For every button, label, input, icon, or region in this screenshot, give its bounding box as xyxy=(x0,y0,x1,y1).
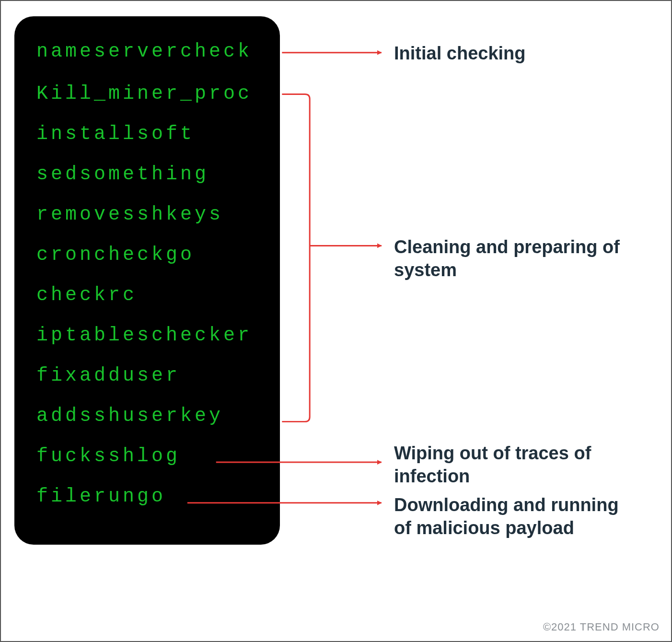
fn-installsoft: installsoft xyxy=(36,125,266,144)
terminal-panel: nameservercheck Kill_miner_proc installs… xyxy=(14,16,280,545)
copyright-text: ©2021 TREND MICRO xyxy=(543,621,660,633)
diagram-frame: nameservercheck Kill_miner_proc installs… xyxy=(0,0,672,642)
fn-iptableschecker: iptableschecker xyxy=(36,326,266,345)
fn-fixadduser: fixadduser xyxy=(36,366,266,385)
fn-kill-miner-proc: Kill_miner_proc xyxy=(36,84,266,104)
label-wiping: Wiping out of traces of infection xyxy=(394,442,634,488)
fn-removesshkeys: removesshkeys xyxy=(36,205,266,224)
label-downloading: Downloading and running of malicious pay… xyxy=(394,494,634,539)
bracket-cleaning xyxy=(282,94,381,421)
label-cleaning: Cleaning and preparing of system xyxy=(394,236,634,281)
fn-checkrc: checkrc xyxy=(36,286,266,305)
fn-filerungo: filerungo xyxy=(36,487,266,506)
fn-croncheckgo: croncheckgo xyxy=(36,245,266,265)
fn-nameservercheck: nameservercheck xyxy=(36,42,266,61)
label-initial: Initial checking xyxy=(394,42,526,65)
fn-fucksshlog: fucksshlog xyxy=(36,447,266,466)
fn-addsshuserkey: addsshuserkey xyxy=(36,407,266,426)
fn-sedsomething: sedsomething xyxy=(36,165,266,184)
